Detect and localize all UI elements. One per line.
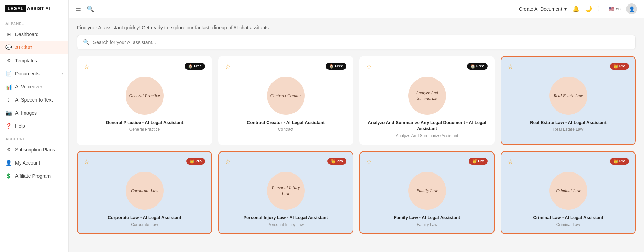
sidebar-item-subscription[interactable]: ⚙ Subscription Plans — [0, 143, 68, 156]
card-circle: Family Law — [408, 172, 446, 210]
card-title: Family Law - AI Legal Assistant — [394, 214, 460, 221]
card-analyze-summarize[interactable]: ☆ 🏠 Free Analyze And Summarize Analyze A… — [359, 56, 495, 145]
expand-icon[interactable]: ⛶ — [598, 6, 603, 12]
badge-pro: 👑 Pro — [610, 158, 629, 165]
sidebar-item-label: Templates — [15, 58, 37, 63]
sidebar-item-templates[interactable]: ⚙ Templates — [0, 54, 68, 67]
badge-pro: 👑 Pro — [186, 158, 205, 165]
sidebar-item-ai-chat[interactable]: 💬 AI Chat — [0, 41, 68, 54]
moon-icon[interactable]: 🌙 — [585, 5, 592, 12]
sidebar-item-label: AI Speech to Text — [15, 97, 53, 103]
card-circle-text: Personal Injury Law — [267, 183, 305, 199]
document-icon: 📄 — [5, 71, 12, 77]
card-subtitle: Analyze And Summarize Assistant — [396, 133, 458, 138]
avatar-icon: 👤 — [629, 6, 635, 12]
search-bar-icon: 🔍 — [83, 39, 90, 45]
card-circle-text: Corporate Law — [129, 186, 160, 196]
card-header: ☆ 👑 Pro — [84, 158, 205, 166]
page-subtitle: Find your AI assistant quickly! Get read… — [77, 25, 636, 30]
favorite-icon[interactable]: ☆ — [366, 158, 372, 166]
favorite-icon[interactable]: ☆ — [508, 158, 513, 166]
card-circle-text: Criminal Law — [554, 186, 583, 196]
card-header: ☆ 🏠 Free — [225, 63, 346, 71]
search-bar: 🔍 — [77, 35, 636, 49]
hamburger-icon[interactable]: ☰ — [76, 5, 81, 13]
subscription-icon: ⚙ — [5, 147, 12, 153]
chat-icon: 💬 — [5, 44, 12, 51]
card-personal-injury[interactable]: ☆ 👑 Pro Personal Injury Law Personal Inj… — [218, 151, 353, 234]
card-circle-text: Family Law — [414, 186, 440, 196]
create-doc-button[interactable]: Create AI Document ▾ — [519, 6, 567, 12]
logo-legal: LEGAL — [5, 5, 26, 12]
sidebar-item-dashboard[interactable]: ⊞ Dashboard — [0, 28, 68, 41]
card-family-law[interactable]: ☆ 👑 Pro Family Law Family Law - AI Legal… — [359, 151, 495, 234]
bell-icon[interactable]: 🔔 — [572, 5, 579, 12]
voiceover-icon: 📊 — [5, 84, 12, 90]
sidebar-item-my-account[interactable]: 👤 My Account — [0, 156, 68, 169]
card-header: ☆ 👑 Pro — [508, 158, 629, 166]
badge-free: 🏠 Free — [326, 63, 346, 70]
card-circle: General Practice — [126, 77, 164, 115]
sidebar-item-documents[interactable]: 📄 Documents › — [0, 67, 68, 80]
card-circle: Analyze And Summarize — [408, 77, 446, 115]
favorite-icon[interactable]: ☆ — [225, 63, 231, 71]
speech-icon: 🎙 — [5, 97, 12, 103]
card-header: ☆ 🏠 Free — [84, 63, 205, 71]
card-circle: Corporate Law — [126, 172, 164, 210]
card-header: ☆ 👑 Pro — [508, 63, 629, 71]
sidebar-item-ai-images[interactable]: 📷 AI Images — [0, 106, 68, 119]
card-criminal-law[interactable]: ☆ 👑 Pro Criminal Law Criminal Law - AI L… — [501, 151, 636, 234]
card-header: ☆ 👑 Pro — [366, 158, 488, 166]
sidebar-item-label: AI Chat — [15, 45, 32, 50]
sidebar-item-label: Help — [15, 123, 25, 129]
card-corporate-law[interactable]: ☆ 👑 Pro Corporate Law Corporate Law - AI… — [77, 151, 212, 234]
sidebar-item-ai-voiceover[interactable]: 📊 AI Voiceover — [0, 80, 68, 93]
card-subtitle: General Practice — [129, 127, 160, 132]
sidebar-item-help[interactable]: ❓ Help — [0, 119, 68, 133]
card-general-practice[interactable]: ☆ 🏠 Free General Practice General Practi… — [77, 56, 212, 145]
avatar[interactable]: 👤 — [626, 3, 637, 14]
badge-pro: 👑 Pro — [469, 158, 488, 165]
help-icon: ❓ — [5, 123, 12, 129]
card-grid-row1: ☆ 🏠 Free General Practice General Practi… — [77, 56, 636, 145]
sidebar-item-ai-speech[interactable]: 🎙 AI Speech to Text — [0, 93, 68, 106]
sidebar-item-label: Dashboard — [15, 32, 39, 37]
favorite-icon[interactable]: ☆ — [84, 63, 89, 71]
sidebar-item-label: My Account — [15, 160, 40, 166]
main-area: ☰ 🔍 Create AI Document ▾ 🔔 🌙 ⛶ 🇺🇸 en 👤 F… — [69, 0, 644, 252]
chevron-down-icon: ▾ — [564, 6, 567, 12]
favorite-icon[interactable]: ☆ — [84, 158, 89, 166]
card-circle-text: Real Estate Law — [552, 91, 585, 101]
account-label: ACCOUNT — [0, 133, 68, 143]
topbar-left: ☰ 🔍 — [76, 5, 94, 13]
search-icon[interactable]: 🔍 — [87, 5, 94, 13]
sidebar-item-affiliate[interactable]: 💲 Affiliate Program — [0, 169, 68, 182]
card-subtitle: Personal Injury Law — [268, 222, 304, 227]
sidebar-item-label: Subscription Plans — [15, 147, 55, 153]
topbar: ☰ 🔍 Create AI Document ▾ 🔔 🌙 ⛶ 🇺🇸 en 👤 — [69, 0, 644, 18]
search-input[interactable] — [93, 40, 630, 45]
card-title: Contract Creator - AI Legal Assistant — [247, 119, 325, 126]
favorite-icon[interactable]: ☆ — [366, 63, 372, 71]
sidebar-item-label: AI Images — [15, 110, 37, 116]
badge-free: 🏠 Free — [185, 63, 205, 70]
language-selector[interactable]: 🇺🇸 en — [609, 6, 621, 11]
favorite-icon[interactable]: ☆ — [508, 63, 513, 71]
card-circle-text: Contract Creator — [268, 91, 303, 101]
card-subtitle: Corporate Law — [131, 222, 158, 227]
card-circle: Real Estate Law — [549, 77, 587, 115]
logo-assist: ASSIST AI — [26, 5, 52, 12]
sidebar-item-label: Documents — [15, 71, 40, 76]
ai-panel-label: AI PANEL — [0, 17, 68, 28]
card-subtitle: Real Estate Law — [553, 127, 583, 132]
chevron-right-icon: › — [62, 71, 63, 76]
card-real-estate[interactable]: ☆ 👑 Pro Real Estate Law Real Estate Law … — [501, 56, 636, 145]
favorite-icon[interactable]: ☆ — [225, 158, 231, 166]
card-circle: Criminal Law — [549, 172, 587, 210]
card-contract-creator[interactable]: ☆ 🏠 Free Contract Creator Contract Creat… — [218, 56, 353, 145]
sidebar-item-label: AI Voiceover — [15, 84, 42, 90]
card-subtitle: Criminal Law — [556, 222, 580, 227]
badge-pro: 👑 Pro — [610, 63, 629, 70]
card-circle-text: Analyze And Summarize — [408, 88, 446, 104]
card-title: Corporate Law - AI Legal Assistant — [108, 214, 181, 221]
